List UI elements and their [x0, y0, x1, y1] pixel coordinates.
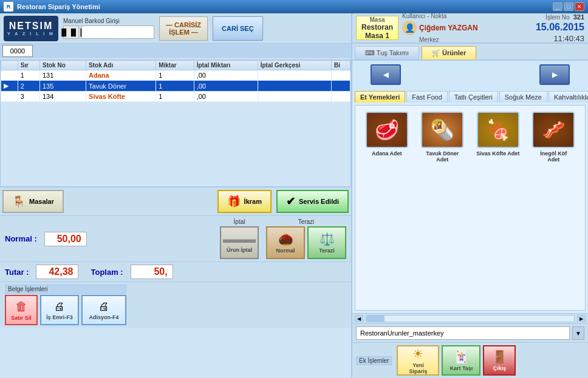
kart-tasi-button[interactable]: 🃏 Kart Taşı	[442, 345, 480, 376]
nokta-label: Merkez	[419, 36, 532, 43]
logo: netsim Y A Z I L I M	[4, 16, 58, 41]
toplam-label: Toplam :	[91, 268, 123, 277]
cat-tab-soguk[interactable]: Soğuk Meze	[499, 91, 547, 103]
toplam-value: 50,	[131, 265, 173, 279]
product-sivas[interactable]: 🍖 Sivas Köfte Adet	[473, 112, 524, 304]
close-button[interactable]: ✕	[575, 2, 584, 11]
belge-label: Belge İşlemleri	[5, 285, 126, 294]
belge-group: Belge İşlemleri 🗑 Satır Sil 🖨 İş Emri-F3…	[5, 285, 126, 325]
product-adana[interactable]: 🥩 Adana Adet	[361, 112, 412, 304]
urun-iptal-label: Ürun İptal	[227, 247, 252, 253]
kullanici-label: Kullanıcı - Nokta	[402, 13, 532, 19]
cikis-button[interactable]: 🚪 Çıkış	[483, 345, 516, 376]
barcode-label: Manuel Barkod Girişi	[63, 18, 154, 24]
yeni-siparis-button[interactable]: ☀ Yeni Sipariş	[397, 345, 439, 376]
table-row[interactable]: 1 131 Adana 1 ,00	[1, 70, 350, 81]
islem-date: 15.06.2015	[536, 22, 584, 33]
ek-row: Ek İşlemler ☀ Yeni Sipariş 🃏 Kart Taşı 🚪…	[352, 342, 588, 378]
is-emri-icon: 🖨	[54, 300, 65, 313]
barcode-input[interactable]	[81, 25, 154, 39]
table-id-input[interactable]	[2, 45, 33, 57]
terazi-button[interactable]: ⚖️ Terazi	[307, 226, 346, 259]
col-bi: Bi	[332, 61, 350, 70]
cat-tab-et[interactable]: Et Yemekleri	[355, 91, 405, 103]
maximize-button[interactable]: □	[564, 2, 573, 11]
scroll-track	[366, 315, 575, 322]
product-tavuk[interactable]: 🌯 Tavuk DönerAdet	[417, 112, 468, 304]
col-iptal-gerkce: İptal Gerkçesi	[258, 61, 331, 70]
masa-label: Masa	[370, 16, 385, 23]
adisyon-button[interactable]: 🖨 Adisyon-F4	[81, 295, 126, 325]
iptal-label: İptal	[234, 218, 245, 225]
title-bar-buttons: _ □ ✕	[553, 2, 584, 11]
masa-value: RestoranMasa 1	[361, 23, 393, 40]
avatar: 👤	[402, 21, 417, 35]
left-arrow-icon: ◀	[383, 71, 388, 79]
cari-sec-button[interactable]: CARİ SEÇ	[213, 16, 263, 41]
cikis-icon: 🚪	[492, 349, 507, 364]
scroll-right[interactable]: ▶	[577, 315, 586, 322]
cikis-label: Çıkış	[493, 365, 507, 371]
product-adana-label: Adana Adet	[372, 150, 402, 157]
servis-edildi-button[interactable]: ✔ Servis Edildi	[276, 190, 349, 213]
title-bar: R Restoran Sipariş Yönetimi _ □ ✕	[0, 0, 588, 13]
cat-tab-kahvalti[interactable]: Kahvaltılıklar	[549, 91, 588, 103]
adisyon-icon: 🖨	[98, 300, 109, 313]
iptal-icon: ▬▬▬	[223, 233, 256, 246]
product-inegol-label: İnegöl KöfAdet	[540, 150, 567, 163]
tab-urunler[interactable]: 🛒 Ürünler	[422, 46, 476, 59]
cat-tab-fastfood[interactable]: Fast Food	[406, 91, 448, 103]
right-header-info: Masa RestoranMasa 1 Kullanıcı - Nokta 👤 …	[352, 13, 588, 44]
nav-arrows: ◀ ▶	[352, 61, 588, 89]
minimize-button[interactable]: _	[553, 2, 562, 11]
product-inegol[interactable]: 🥓 İnegöl KöfAdet	[528, 112, 579, 304]
kullanici-box: Kullanıcı - Nokta 👤 Çiğdem YAZGAN Merkez	[402, 16, 532, 40]
col-sir: Sır	[18, 61, 39, 70]
col-miktar: Miktar	[156, 61, 194, 70]
masalar-button[interactable]: 🪑 Masalar	[2, 190, 64, 213]
kart-tasi-label: Kart Taşı	[450, 365, 473, 371]
right-arrow-icon: ▶	[552, 71, 557, 79]
main-container: netsim Y A Z I L I M Manuel Barkod Giriş…	[0, 13, 588, 378]
carisiz-button[interactable]: — CARİSİZİŞLEM —	[159, 16, 208, 41]
table-row[interactable]: ▶ 2 135 Tavuk Döner 1 ,00	[1, 81, 350, 92]
yeni-siparis-label: Yeni Sipariş	[403, 362, 433, 374]
next-arrow-button[interactable]: ▶	[539, 64, 570, 85]
terazi-label-btn: Terazi	[319, 248, 334, 254]
satir-sil-button[interactable]: 🗑 Satır Sil	[5, 295, 38, 325]
cari-sec-label: CARİ SEÇ	[222, 25, 254, 32]
table-id-bar	[0, 44, 351, 58]
urun-iptal-button[interactable]: ▬▬▬ Ürun İptal	[220, 226, 259, 259]
product-sivas-img: 🍖	[477, 112, 519, 148]
kart-tasi-icon: 🃏	[454, 349, 469, 364]
satir-sil-icon: 🗑	[15, 300, 27, 314]
col-iptal-miktar: İptal Miktarı	[194, 61, 258, 70]
scroll-left[interactable]: ◀	[355, 315, 363, 322]
masterkey-input[interactable]	[356, 326, 570, 340]
masalar-icon: 🪑	[12, 195, 26, 208]
islem-time: 11:40:43	[553, 34, 584, 43]
terazi-header-label: Terazi	[298, 218, 315, 225]
masterkey-dropdown[interactable]: ▼	[572, 326, 584, 340]
ikram-button[interactable]: 🎁 İkram	[217, 190, 272, 213]
right-scroll: ◀ ▶	[352, 313, 588, 323]
normal-button[interactable]: 🌰 Normal	[266, 226, 305, 259]
barcode-section: Manuel Barkod Girişi ▐▌▐▌▐	[63, 18, 154, 39]
logo-sub: Y A Z I L I M	[7, 32, 55, 36]
col-stok-no: Stok No	[39, 61, 86, 70]
normal-value: 50,00	[44, 232, 87, 246]
is-emri-button[interactable]: 🖨 İş Emri-F3	[40, 295, 79, 325]
col-stok-adi: Stok Adı	[86, 61, 156, 70]
tab-tus-takimi[interactable]: ⌨ Tuş Takımı	[355, 46, 419, 59]
col-arrow	[1, 61, 18, 70]
cat-tab-tatli[interactable]: Tatlı Çeşitleri	[449, 91, 498, 103]
right-panel: Masa RestoranMasa 1 Kullanıcı - Nokta 👤 …	[352, 13, 588, 378]
ikram-label: İkram	[244, 198, 262, 205]
prev-arrow-button[interactable]: ◀	[371, 64, 401, 85]
servis-label: Servis Edildi	[299, 198, 339, 205]
summary-row-2: Tutar : 42,38 Toplam : 50,	[0, 262, 351, 282]
scroll-thumb	[366, 316, 385, 322]
servis-icon: ✔	[286, 195, 295, 208]
table-row[interactable]: 3 134 Sivas Köfte 1 ,00	[1, 92, 350, 102]
normal-icon: 🌰	[278, 232, 293, 246]
